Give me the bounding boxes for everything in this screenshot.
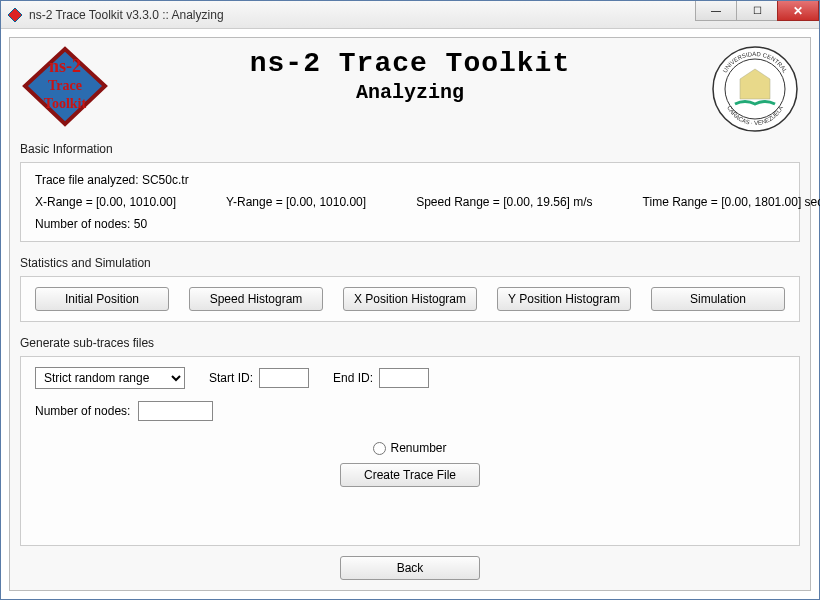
svg-text:Toolkit: Toolkit (44, 96, 87, 111)
trace-file-text: Trace file analyzed: SC50c.tr (35, 173, 785, 187)
titlebar: ns-2 Trace Toolkit v3.3.0 :: Analyzing —… (1, 1, 819, 29)
page-subtitle: Analyzing (110, 81, 710, 104)
app-icon (7, 7, 23, 23)
minimize-button[interactable]: — (695, 1, 737, 21)
initial-position-button[interactable]: Initial Position (35, 287, 169, 311)
header-row: ns-2 Trace Toolkit ns-2 Trace Toolkit An… (20, 44, 800, 134)
num-nodes-text: Number of nodes: 50 (35, 217, 785, 231)
subtraces-label: Generate sub-traces files (20, 336, 800, 350)
num-nodes-input[interactable] (138, 401, 213, 421)
end-id-input[interactable] (379, 368, 429, 388)
simulation-button[interactable]: Simulation (651, 287, 785, 311)
maximize-button[interactable]: ☐ (736, 1, 778, 21)
stats-label: Statistics and Simulation (20, 256, 800, 270)
content-area: ns-2 Trace Toolkit ns-2 Trace Toolkit An… (1, 29, 819, 599)
num-nodes-label: Number of nodes: (35, 404, 130, 418)
main-title: ns-2 Trace Toolkit (110, 48, 710, 79)
y-position-histogram-button[interactable]: Y Position Histogram (497, 287, 631, 311)
speed-histogram-button[interactable]: Speed Histogram (189, 287, 323, 311)
basic-info-box: Trace file analyzed: SC50c.tr X-Range = … (20, 162, 800, 242)
header-center: ns-2 Trace Toolkit Analyzing (110, 44, 710, 104)
x-position-histogram-button[interactable]: X Position Histogram (343, 287, 477, 311)
renumber-radio[interactable] (373, 442, 386, 455)
start-id-label: Start ID: (209, 371, 253, 385)
speed-range-text: Speed Range = [0.00, 19.56] m/s (416, 195, 592, 209)
window-title: ns-2 Trace Toolkit v3.3.0 :: Analyzing (29, 8, 696, 22)
y-range-text: Y-Range = [0.00, 1010.00] (226, 195, 366, 209)
back-button[interactable]: Back (340, 556, 480, 580)
renumber-label: Renumber (390, 441, 446, 455)
svg-text:ns-2: ns-2 (49, 56, 81, 76)
create-trace-file-button[interactable]: Create Trace File (340, 463, 480, 487)
subtraces-box: Strict random range Start ID: End ID: Nu… (20, 356, 800, 546)
stats-box: Initial Position Speed Histogram X Posit… (20, 276, 800, 322)
close-button[interactable]: ✕ (777, 1, 819, 21)
svg-marker-0 (8, 8, 22, 22)
start-id-input[interactable] (259, 368, 309, 388)
window-buttons: — ☐ ✕ (696, 1, 819, 28)
svg-text:Trace: Trace (48, 78, 82, 93)
x-range-text: X-Range = [0.00, 1010.00] (35, 195, 176, 209)
time-range-text: Time Range = [0.00, 1801.00] seconds (643, 195, 820, 209)
basic-info-label: Basic Information (20, 142, 800, 156)
university-seal: UNIVERSIDAD CENTRAL CARACAS · VENEZUELA (710, 44, 800, 134)
main-panel: ns-2 Trace Toolkit ns-2 Trace Toolkit An… (9, 37, 811, 591)
window-frame: ns-2 Trace Toolkit v3.3.0 :: Analyzing —… (0, 0, 820, 600)
end-id-label: End ID: (333, 371, 373, 385)
app-logo: ns-2 Trace Toolkit (20, 44, 110, 129)
mode-select[interactable]: Strict random range (35, 367, 185, 389)
